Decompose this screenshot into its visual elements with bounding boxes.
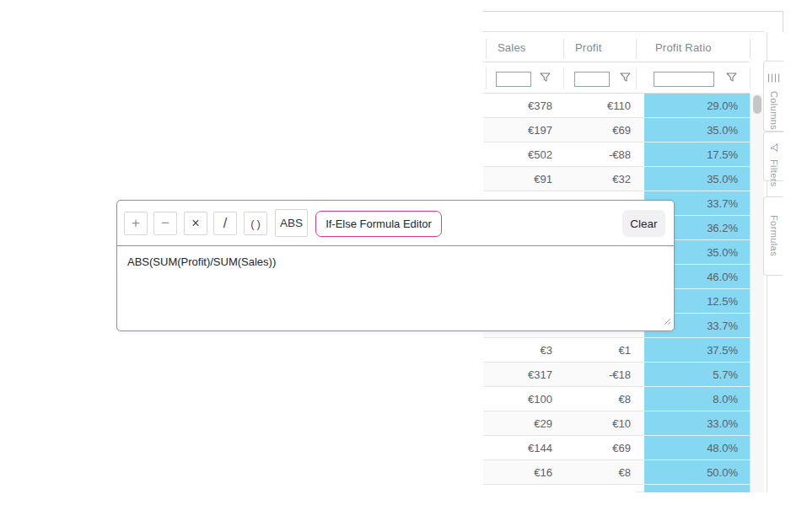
profit-ratio-cell — [644, 485, 750, 492]
column-header-profit-ratio: Profit Ratio — [636, 32, 750, 62]
column-header-sales: Sales — [483, 32, 563, 62]
minus-button[interactable]: − — [153, 212, 177, 235]
filter-icon — [767, 143, 782, 153]
row-gutter — [636, 363, 644, 387]
row-gutter — [636, 436, 644, 460]
table-row: €29 €10 33.0% — [483, 411, 750, 436]
filter-divider — [750, 67, 751, 89]
table-header-row: Sales Profit Profit Ratio — [483, 32, 750, 62]
column-header-profit: Profit — [563, 32, 636, 62]
profit-ratio-cell: 5.7% — [644, 363, 750, 387]
formula-toolbar: + − × / () ABS If-Else Formula Editor Cl… — [117, 201, 674, 246]
profit-cell: -€88 — [563, 142, 636, 167]
profit-cell: €69 — [563, 118, 636, 142]
row-gutter — [636, 142, 644, 167]
profit-cell: €8 — [563, 460, 636, 485]
profit-cell: -€18 — [563, 363, 636, 387]
columns-icon — [767, 71, 780, 86]
profit-cell: €1 — [563, 338, 636, 363]
table-row: €16 €8 50.0% — [483, 460, 750, 485]
table-row: €144 €69 48.0% — [483, 436, 750, 460]
sales-cell: €144 — [483, 436, 563, 460]
profit-cell: €8 — [563, 387, 636, 411]
row-gutter — [636, 485, 644, 492]
profit-ratio-cell: 33.0% — [644, 411, 750, 436]
row-gutter — [636, 460, 644, 485]
tab-filters[interactable]: Filters — [763, 132, 783, 181]
profit-ratio-filter-input[interactable] — [654, 72, 714, 87]
row-gutter — [636, 118, 644, 142]
tab-columns[interactable]: Columns — [763, 61, 783, 132]
table-filter-row — [483, 62, 750, 94]
profit-ratio-cell: 8.0% — [644, 387, 750, 411]
profit-ratio-cell: 48.0% — [644, 436, 750, 460]
window-footer-strip — [483, 492, 764, 521]
row-gutter — [636, 338, 644, 363]
side-panel-rail: Columns Filters Formulas — [764, 32, 783, 522]
filter-divider — [636, 67, 637, 89]
sales-filter-funnel-icon[interactable] — [539, 73, 551, 84]
tab-formulas[interactable]: Formulas — [763, 196, 783, 276]
sales-cell: €16 — [483, 460, 563, 485]
if-else-formula-editor-button[interactable]: If-Else Formula Editor — [315, 211, 442, 237]
sales-cell: €197 — [483, 118, 563, 142]
profit-cell: €69 — [563, 436, 636, 460]
sales-cell: €317 — [483, 363, 563, 387]
parentheses-button[interactable]: () — [244, 212, 267, 235]
profit-cell: €10 — [563, 411, 636, 436]
sales-cell: €100 — [483, 387, 563, 411]
clear-button[interactable]: Clear — [622, 210, 665, 237]
table-row: €3 €1 37.5% — [483, 338, 750, 363]
table-row: €197 €69 35.0% — [483, 118, 750, 142]
window-top-strip — [483, 12, 764, 32]
resize-grip-icon[interactable] — [664, 314, 671, 329]
profit-ratio-cell: 35.0% — [644, 118, 750, 142]
filter-divider — [486, 67, 487, 89]
profit-ratio-cell: 17.5% — [644, 142, 750, 167]
sales-cell: €29 — [483, 411, 563, 436]
filter-divider — [563, 67, 564, 89]
sales-cell — [483, 485, 563, 492]
profit-cell: €110 — [563, 94, 636, 118]
row-gutter — [636, 167, 644, 191]
profit-ratio-cell: 35.0% — [644, 167, 750, 191]
row-gutter — [636, 387, 644, 411]
row-gutter — [636, 411, 644, 436]
profit-ratio-cell: 37.5% — [644, 338, 750, 363]
profit-ratio-cell: 29.0% — [644, 94, 750, 118]
table-row: €378 €110 29.0% — [483, 94, 750, 118]
formula-input-area[interactable]: ABS(SUM(Profit)/SUM(Sales)) — [117, 247, 674, 331]
profit-filter-funnel-icon[interactable] — [619, 73, 631, 84]
plus-button[interactable]: + — [124, 212, 148, 235]
page: Sales Profit Profit Ratio — [0, 0, 791, 532]
profit-ratio-cell: 50.0% — [644, 460, 750, 485]
sales-cell: €378 — [483, 94, 563, 118]
sales-cell: €3 — [483, 338, 563, 363]
sales-cell: €502 — [483, 142, 563, 167]
tab-columns-label: Columns — [769, 91, 779, 130]
profit-filter-input[interactable] — [574, 72, 610, 87]
table-row — [483, 485, 750, 492]
sales-filter-input[interactable] — [496, 72, 531, 87]
multiply-button[interactable]: × — [184, 212, 207, 235]
tab-formulas-label: Formulas — [769, 215, 779, 256]
table-row: €91 €32 35.0% — [483, 167, 750, 191]
scrollbar-thumb[interactable] — [753, 95, 761, 114]
row-gutter — [636, 94, 644, 118]
profit-ratio-filter-funnel-icon[interactable] — [725, 73, 737, 84]
table-row: €317 -€18 5.7% — [483, 363, 750, 387]
sales-cell: €91 — [483, 167, 563, 191]
header-divider — [750, 39, 751, 59]
profit-cell: €32 — [563, 167, 636, 191]
formula-text[interactable]: ABS(SUM(Profit)/SUM(Sales)) — [127, 255, 276, 268]
abs-button[interactable]: ABS — [275, 209, 308, 237]
tab-filters-label: Filters — [769, 159, 779, 187]
profit-cell — [563, 485, 636, 492]
table-row: €100 €8 8.0% — [483, 387, 750, 411]
formula-editor-panel: + − × / () ABS If-Else Formula Editor Cl… — [116, 200, 675, 331]
table-row: €502 -€88 17.5% — [483, 142, 750, 167]
vertical-scrollbar[interactable] — [750, 94, 764, 492]
divide-button[interactable]: / — [213, 212, 237, 235]
